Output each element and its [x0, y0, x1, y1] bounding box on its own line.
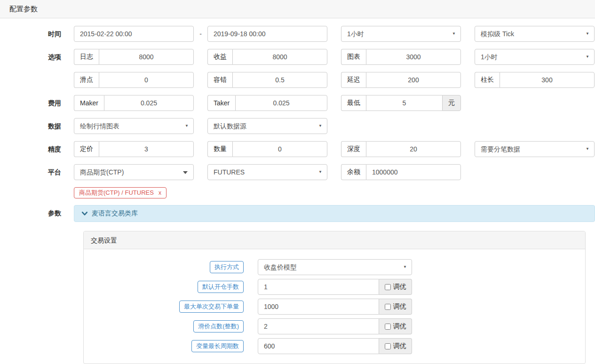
- balance-addon: 余额: [341, 164, 366, 180]
- optimize-checkbox[interactable]: [385, 284, 391, 290]
- param-value-input[interactable]: [258, 279, 379, 295]
- data-source-select-value: 默认数据源: [214, 122, 246, 130]
- slippage-input[interactable]: [99, 72, 194, 88]
- remove-tag-icon[interactable]: x: [159, 190, 161, 196]
- param-value-input[interactable]: [258, 338, 379, 354]
- options-label: 选项: [0, 49, 61, 65]
- chart-mode-select[interactable]: 绘制行情图表 ▼: [74, 118, 194, 134]
- chevron-down-icon: ▼: [318, 165, 322, 180]
- underlying-period-select-value: 1小时: [481, 53, 498, 61]
- delay-addon: 延迟: [341, 72, 366, 88]
- chevron-down-icon: ▼: [185, 119, 189, 134]
- balance-input[interactable]: [366, 164, 461, 180]
- price-precision-input[interactable]: [99, 141, 194, 157]
- profit-input[interactable]: [232, 49, 327, 65]
- tick-mode-select-value: 模拟级 Tick: [481, 30, 514, 38]
- param-row: 滑价点数(整数) 调优: [84, 318, 585, 334]
- optimize-label: 调优: [393, 342, 406, 350]
- row-platform: 平台 商品期货(CTP) FUTURES ▼ 余额: [0, 164, 595, 180]
- fault-addon: 容错: [207, 72, 232, 88]
- amount-precision-input[interactable]: [232, 141, 327, 157]
- symbol-select-value: FUTURES: [214, 168, 245, 176]
- chevron-down-icon: ▼: [586, 26, 589, 41]
- row-options-2: 滑点 容错 延迟 柱长: [0, 72, 595, 88]
- fee-label: 费用: [0, 95, 61, 111]
- period-select[interactable]: 1小时 ▼: [341, 26, 461, 42]
- row-fee: 费用 Maker Taker 最低 元: [0, 95, 595, 111]
- optimize-checkbox[interactable]: [385, 343, 391, 349]
- min-fee-input[interactable]: [366, 95, 442, 111]
- end-time-input[interactable]: [207, 26, 327, 42]
- chart-input[interactable]: [366, 49, 461, 65]
- underlying-period-select[interactable]: 1小时 ▼: [475, 49, 595, 65]
- platform-tag-text: 商品期货(CTP) / FUTURES: [79, 189, 154, 197]
- price-precision-addon: 定价: [74, 141, 99, 157]
- optimize-addon: 调优: [379, 299, 412, 315]
- tick-mode-select[interactable]: 模拟级 Tick ▼: [475, 26, 595, 42]
- trade-settings-panel: 交易设置 执行方式 收盘价模型 ▼: [83, 231, 586, 364]
- exchange-select[interactable]: 商品期货(CTP): [74, 164, 194, 180]
- config-form: 时间 - 1小时 ▼ 模拟级 Tick ▼ 选项 日志: [0, 18, 595, 364]
- maker-input[interactable]: [104, 95, 194, 111]
- chevron-down-icon: ▼: [452, 26, 456, 41]
- param-name-button[interactable]: 执行方式: [210, 261, 244, 273]
- chevron-down-icon: ▼: [403, 260, 407, 275]
- param-row: 最大单次交易下单量 调优: [84, 299, 585, 315]
- trade-settings-title: 交易设置: [84, 231, 585, 249]
- data-source-select[interactable]: 默认数据源 ▼: [207, 118, 327, 134]
- param-name-button[interactable]: 滑价点数(整数): [193, 320, 244, 332]
- execution-mode-select[interactable]: 收盘价模型 ▼: [258, 259, 412, 275]
- optimize-label: 调优: [393, 283, 406, 291]
- params-label: 参数: [0, 205, 61, 221]
- bar-length-addon: 柱长: [475, 72, 500, 88]
- optimize-label: 调优: [393, 302, 406, 311]
- log-input[interactable]: [99, 49, 194, 65]
- optimize-checkbox[interactable]: [385, 324, 391, 330]
- depth-addon: 深度: [341, 141, 366, 157]
- delay-input[interactable]: [366, 72, 461, 88]
- symbol-select[interactable]: FUTURES ▼: [207, 164, 327, 180]
- param-name-button[interactable]: 变量最长周期数: [191, 340, 244, 352]
- tick-data-select-value: 需要分笔数据: [481, 145, 520, 153]
- min-fee-addon: 最低: [341, 95, 366, 111]
- depth-input[interactable]: [366, 141, 461, 157]
- optimize-addon: 调优: [379, 279, 412, 295]
- param-name-button[interactable]: 最大单次交易下单量: [179, 301, 244, 313]
- page-title: 配置参数: [0, 0, 595, 18]
- row-platform-tag: 商品期货(CTP) / FUTURES x: [0, 187, 595, 198]
- row-data: 数据 绘制行情图表 ▼ 默认数据源 ▼: [0, 118, 595, 134]
- param-value-input[interactable]: [258, 299, 379, 315]
- log-addon: 日志: [74, 49, 99, 65]
- amount-precision-addon: 数量: [207, 141, 232, 157]
- optimize-checkbox[interactable]: [385, 304, 391, 310]
- tick-data-select[interactable]: 需要分笔数据 ▼: [475, 141, 595, 157]
- row-params: 参数 麦语言交易类库 交易设置 执行方式: [0, 205, 595, 364]
- row-options-1: 选项 日志 收益 图表 1小时 ▼: [0, 49, 595, 65]
- time-range-separator: -: [194, 26, 207, 42]
- taker-addon: Taker: [207, 95, 235, 111]
- param-value-input[interactable]: [258, 318, 379, 334]
- chevron-down-icon: ▼: [586, 142, 589, 157]
- slippage-addon: 滑点: [74, 72, 99, 88]
- period-select-value: 1小时: [347, 30, 364, 38]
- caret-down-icon: [183, 171, 188, 174]
- chevron-down-icon: ▼: [318, 119, 322, 134]
- precision-label: 精度: [0, 141, 61, 157]
- param-name-button[interactable]: 默认开仓手数: [198, 281, 244, 293]
- time-label: 时间: [0, 26, 61, 42]
- min-fee-unit: 元: [442, 95, 461, 111]
- platform-label: 平台: [0, 164, 61, 180]
- param-row: 变量最长周期数 调优: [84, 338, 585, 354]
- fault-input[interactable]: [232, 72, 327, 88]
- chart-addon: 图表: [341, 49, 366, 65]
- taker-input[interactable]: [235, 95, 327, 111]
- start-time-input[interactable]: [74, 26, 194, 42]
- platform-tag: 商品期货(CTP) / FUTURES x: [74, 187, 167, 198]
- bar-length-input[interactable]: [500, 72, 595, 88]
- data-label: 数据: [0, 118, 61, 134]
- params-group-header[interactable]: 麦语言交易类库: [74, 205, 595, 222]
- chevron-down-icon: ▼: [586, 49, 589, 64]
- optimize-addon: 调优: [379, 338, 412, 354]
- profit-addon: 收益: [207, 49, 232, 65]
- params-group-title: 麦语言交易类库: [92, 209, 138, 218]
